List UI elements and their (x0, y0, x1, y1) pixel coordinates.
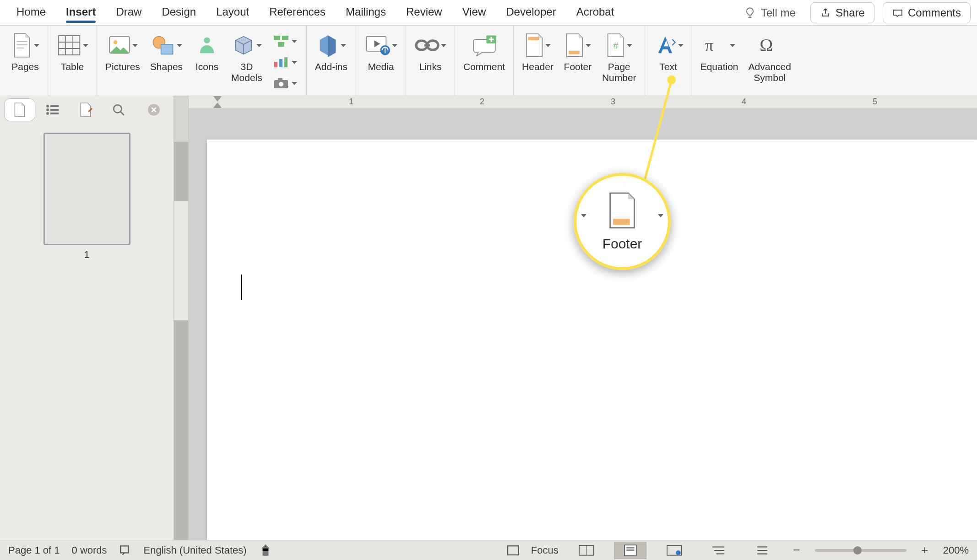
group-table: Table (48, 26, 97, 96)
tab-acrobat[interactable]: Acrobat (566, 0, 624, 26)
thumbnail-list[interactable]: 1 (0, 124, 174, 540)
comments-button[interactable]: Comments (883, 2, 971, 23)
zoom-level[interactable]: 200% (943, 544, 969, 556)
chart-button[interactable] (271, 53, 300, 71)
pictures-button[interactable]: Pictures (103, 29, 142, 75)
zoom-slider[interactable] (815, 549, 906, 552)
equation-button[interactable]: π Equation (699, 29, 740, 75)
svg-point-5 (114, 40, 118, 44)
chevron-down-icon (292, 61, 297, 64)
text-button[interactable]: Text (651, 29, 685, 75)
comment-icon (892, 7, 903, 18)
comment-label: Comment (463, 61, 505, 72)
svg-point-34 (46, 112, 49, 115)
illustration-stack: + (271, 29, 300, 92)
zoom-slider-knob[interactable] (853, 546, 862, 555)
chevron-down-icon (586, 44, 591, 47)
media-button[interactable]: Media (363, 29, 399, 75)
icons-button[interactable]: Icons (191, 29, 223, 75)
svg-rect-26 (569, 51, 580, 54)
table-button[interactable]: Table (54, 29, 90, 75)
nav-find-button[interactable] (103, 99, 134, 121)
footer-button[interactable]: Footer (562, 29, 594, 75)
share-icon (820, 7, 831, 18)
tab-developer[interactable]: Developer (496, 0, 566, 26)
camera-icon: + (273, 77, 289, 89)
shapes-button[interactable]: Shapes (148, 29, 185, 75)
header-icon (524, 33, 544, 58)
ruler-tick: 1 (349, 97, 353, 107)
status-word-count[interactable]: 0 words (72, 544, 107, 556)
view-outline-button[interactable] (702, 542, 734, 559)
tab-review[interactable]: Review (396, 0, 452, 26)
close-icon (147, 103, 160, 116)
tab-layout[interactable]: Layout (206, 0, 259, 26)
new-comment-icon (472, 34, 497, 56)
tell-me-search[interactable]: Tell me (737, 4, 802, 22)
menu-tabstrip: Home Insert Draw Design Layout Reference… (0, 0, 977, 26)
3d-models-button[interactable]: 3D Models (229, 29, 264, 86)
view-read-button[interactable] (570, 542, 602, 559)
view-draft-button[interactable] (746, 542, 778, 559)
nav-toolbar (0, 96, 174, 124)
hanging-indent-marker[interactable] (213, 102, 222, 109)
svg-text:+: + (286, 84, 289, 89)
ruler-tick: 2 (480, 97, 484, 107)
addins-button[interactable]: Add-ins (313, 29, 349, 75)
nav-review-button[interactable] (71, 99, 101, 121)
nav-outline-button[interactable] (38, 99, 68, 121)
zoom-in-button[interactable]: + (918, 543, 931, 557)
view-web-button[interactable] (658, 542, 690, 559)
svg-point-30 (46, 105, 49, 108)
horizontal-ruler[interactable]: 1 2 3 4 5 (189, 96, 977, 109)
nav-close-button[interactable] (139, 99, 169, 121)
tab-home[interactable]: Home (6, 0, 56, 26)
page-number-button[interactable]: # Page Number (600, 29, 638, 86)
nav-thumbnails-button[interactable] (5, 99, 35, 121)
share-button[interactable]: Share (810, 2, 874, 23)
search-icon (112, 103, 125, 117)
ruler-tick: 4 (742, 97, 746, 107)
tab-references[interactable]: References (259, 0, 336, 26)
svg-rect-14 (284, 57, 288, 67)
header-button[interactable]: Header (520, 29, 555, 75)
chevron-down-icon (341, 44, 346, 47)
advanced-symbol-label: Advanced Symbol (749, 61, 791, 83)
svg-point-36 (114, 105, 121, 113)
svg-point-16 (279, 82, 283, 86)
screenshot-button[interactable]: + (271, 74, 300, 92)
spellcheck-icon[interactable] (119, 544, 132, 556)
svg-text:#: # (613, 41, 619, 51)
comment-button[interactable]: Comment (461, 29, 507, 75)
tab-mailings[interactable]: Mailings (336, 0, 396, 26)
tab-view[interactable]: View (452, 0, 496, 26)
footer-icon (564, 33, 585, 58)
smartart-button[interactable] (271, 32, 300, 50)
chevron-down-icon (132, 44, 138, 47)
group-illustrations: Pictures Shapes Icons (97, 26, 307, 96)
tab-draw[interactable]: Draw (106, 0, 152, 26)
page-thumbnail[interactable] (43, 133, 130, 245)
pages-button[interactable]: Pages (9, 29, 41, 75)
accessibility-icon[interactable] (259, 544, 272, 557)
chart-icon (273, 56, 289, 68)
links-button[interactable]: Links (413, 29, 448, 75)
svg-rect-9 (274, 36, 280, 40)
print-layout-icon (623, 544, 638, 556)
advanced-symbol-button[interactable]: Ω Advanced Symbol (747, 29, 793, 86)
outline-view-icon (711, 545, 725, 555)
status-language[interactable]: English (United States) (144, 544, 247, 556)
svg-rect-1 (16, 44, 27, 45)
vertical-ruler[interactable] (174, 96, 189, 540)
status-focus-label[interactable]: Focus (531, 544, 559, 556)
status-bar: Page 1 of 1 0 words English (United Stat… (0, 540, 977, 560)
svg-rect-39 (262, 551, 268, 556)
tell-me-label: Tell me (761, 6, 796, 19)
status-page[interactable]: Page 1 of 1 (8, 544, 60, 556)
focus-mode-icon[interactable] (507, 545, 519, 555)
document-area[interactable]: 1 2 3 4 5 (189, 96, 977, 540)
tab-insert[interactable]: Insert (56, 0, 106, 26)
view-print-button[interactable] (614, 542, 646, 559)
zoom-out-button[interactable]: − (790, 543, 803, 557)
tab-design[interactable]: Design (152, 0, 206, 26)
